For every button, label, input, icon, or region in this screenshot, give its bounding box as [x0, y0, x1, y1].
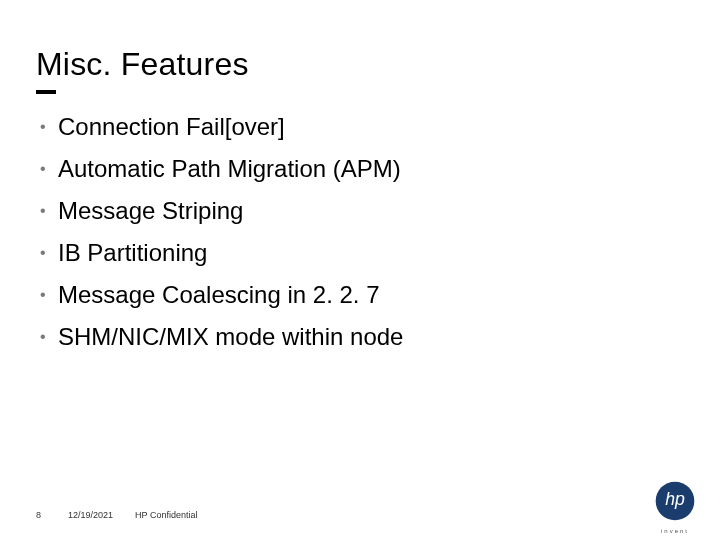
bullet-icon: •: [40, 154, 58, 184]
bullet-icon: •: [40, 238, 58, 268]
page-title: Misc. Features: [36, 46, 249, 83]
feature-list: • Connection Fail[over] • Automatic Path…: [40, 112, 680, 364]
bullet-icon: •: [40, 280, 58, 310]
bullet-icon: •: [40, 112, 58, 142]
list-item: • Automatic Path Migration (APM): [40, 154, 680, 184]
list-item: • Message Coalescing in 2. 2. 7: [40, 280, 680, 310]
hp-logo-icon: hp: [654, 480, 696, 522]
list-item: • Message Striping: [40, 196, 680, 226]
list-item: • IB Partitioning: [40, 238, 680, 268]
footer-confidential: HP Confidential: [135, 510, 197, 520]
footer-date: 12/19/2021: [68, 510, 113, 520]
list-item: • SHM/NIC/MIX mode within node: [40, 322, 680, 352]
list-item: • Connection Fail[over]: [40, 112, 680, 142]
list-item-label: Message Striping: [58, 196, 243, 226]
page-number: 8: [36, 510, 46, 520]
list-item-label: Automatic Path Migration (APM): [58, 154, 401, 184]
bullet-icon: •: [40, 196, 58, 226]
list-item-label: SHM/NIC/MIX mode within node: [58, 322, 403, 352]
hp-logo-tagline: invent: [654, 528, 696, 534]
list-item-label: IB Partitioning: [58, 238, 207, 268]
bullet-icon: •: [40, 322, 58, 352]
footer: 8 12/19/2021 HP Confidential: [36, 510, 197, 520]
svg-text:hp: hp: [665, 489, 685, 509]
list-item-label: Connection Fail[over]: [58, 112, 285, 142]
list-item-label: Message Coalescing in 2. 2. 7: [58, 280, 380, 310]
title-underline: [36, 90, 56, 94]
